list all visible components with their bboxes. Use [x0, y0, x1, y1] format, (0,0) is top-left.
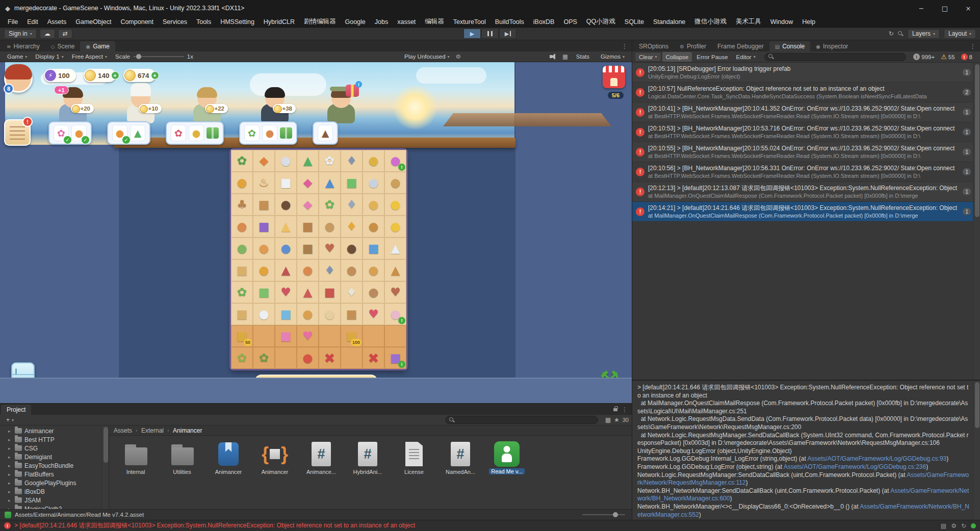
merge-item-icon[interactable]: ♦: [346, 199, 357, 210]
merge-item-icon[interactable]: ◆: [260, 155, 269, 167]
board-cell[interactable]: ●: [384, 194, 406, 216]
merge-item-icon[interactable]: ▲: [325, 177, 334, 189]
merge-item-icon[interactable]: ●: [346, 264, 356, 276]
merge-item-icon[interactable]: ■: [302, 221, 314, 232]
energy-counter[interactable]: ⚡ 100: [44, 69, 76, 82]
error-pause-toggle[interactable]: Error Pause: [693, 52, 731, 62]
board-cell[interactable]: ▲: [297, 281, 319, 303]
menu-item[interactable]: GameObject: [71, 18, 116, 25]
board-cell[interactable]: ●: [231, 216, 253, 237]
shop-icon[interactable]: [603, 66, 625, 88]
merge-item-icon[interactable]: ◆: [303, 177, 313, 189]
menu-item[interactable]: BuildTools: [491, 18, 529, 25]
board-cell[interactable]: ♥: [275, 281, 297, 303]
board-cell[interactable]: ▲: [275, 259, 297, 281]
tree-scrollbar[interactable]: [101, 426, 109, 509]
board-cell[interactable]: ✖: [319, 347, 341, 369]
board-cell[interactable]: ●: [363, 259, 384, 281]
tree-folder-row[interactable]: ▸ Demigiant: [0, 453, 109, 461]
board-cell[interactable]: ●: [231, 172, 253, 194]
merge-item-icon[interactable]: ▲: [391, 264, 400, 276]
asset-item[interactable]: Animancer: [209, 441, 248, 475]
merge-item-icon[interactable]: ✿: [259, 352, 269, 364]
console-search-field[interactable]: [764, 53, 907, 61]
menu-item[interactable]: 编辑器: [420, 17, 449, 26]
gift-icon[interactable]: [346, 85, 359, 97]
menu-item[interactable]: Tools: [192, 18, 216, 25]
console-log-entry[interactable]: ! [20:10:55] > [BH_NetworkManager]20:10:…: [632, 142, 980, 162]
merge-item-icon[interactable]: ♣: [237, 199, 247, 210]
board-cell[interactable]: ✿: [231, 150, 253, 172]
board-cell[interactable]: ●: [341, 237, 363, 259]
layers-dropdown[interactable]: Layers▾: [908, 29, 940, 39]
board-cell[interactable]: ■: [275, 303, 297, 325]
merge-item-icon[interactable]: ■: [237, 308, 248, 320]
board-cell[interactable]: ■: [341, 303, 363, 325]
tree-folder-row[interactable]: ▸ iBoxDB: [0, 487, 109, 496]
tree-folder-row[interactable]: ▸ JSAM: [0, 496, 109, 505]
merge-item-icon[interactable]: ✖: [324, 352, 336, 365]
board-cell[interactable]: ●: [231, 237, 253, 259]
board-cell[interactable]: ▲: [275, 216, 297, 237]
board-cell[interactable]: ✿: [319, 194, 341, 216]
thumbnail-zoom-slider[interactable]: [582, 514, 625, 515]
board-cell[interactable]: ●: [275, 150, 297, 172]
expand-arrow-icon[interactable]: ▸: [8, 481, 12, 486]
board-cell[interactable]: ●: [275, 237, 297, 259]
breadcrumb-animancer[interactable]: Animancer: [173, 427, 202, 434]
board-cell[interactable]: ▲: [384, 259, 406, 281]
merge-item-icon[interactable]: ●: [237, 221, 247, 232]
plastic-scm-icon[interactable]: ⇄: [58, 29, 72, 39]
menu-item[interactable]: Edit: [22, 18, 43, 25]
board-cell[interactable]: ■: [275, 172, 297, 194]
merge-item-icon[interactable]: ●: [280, 155, 291, 167]
expand-arrow-icon[interactable]: ▸: [8, 463, 12, 468]
expand-arrow-icon[interactable]: ▸: [8, 472, 12, 477]
status-error-message[interactable]: > [default]20:14:21.646 请求回包回调报错<101003>…: [14, 521, 937, 530]
expand-arrow-icon[interactable]: ▸: [8, 498, 12, 503]
board-cell[interactable]: ●: [319, 216, 341, 237]
info-count-toggle[interactable]: !999+: [911, 54, 937, 60]
menu-item[interactable]: Standalone: [649, 18, 690, 25]
menu-item[interactable]: 微信小游戏: [690, 17, 731, 26]
board-cell[interactable]: ●: [275, 194, 297, 216]
console-log-list[interactable]: ! [20:05:13] [SRDebugger] Error loading …: [632, 63, 980, 380]
board-cell[interactable]: ●: [319, 303, 341, 325]
menu-item[interactable]: HybridCLR: [259, 18, 299, 25]
task-list-icon[interactable]: [4, 119, 31, 146]
menu-item[interactable]: Assets: [43, 18, 71, 25]
console-search-input[interactable]: [777, 54, 902, 60]
view-tab[interactable]: ≡ Hierarchy: [1, 41, 45, 51]
board-cell[interactable]: [319, 325, 341, 347]
order-card[interactable]: ✿ ●: [239, 121, 297, 145]
board-cell[interactable]: ●: [341, 259, 363, 281]
scale-track[interactable]: [133, 56, 184, 57]
panel-menu-icon[interactable]: ⋮: [622, 43, 628, 50]
board-cell[interactable]: [253, 325, 275, 347]
menu-item[interactable]: Jobs: [370, 18, 393, 25]
fridge-icon[interactable]: [11, 362, 35, 393]
asset-item[interactable]: Read Me v...: [487, 441, 526, 474]
board-cell[interactable]: ●: [253, 259, 275, 281]
order-card[interactable]: ✿ ●: [48, 121, 92, 145]
merge-item-icon[interactable]: ●: [368, 177, 378, 189]
asset-item[interactable]: Utilities: [163, 441, 201, 475]
board-cell[interactable]: ✿: [231, 347, 253, 369]
tree-folder-row[interactable]: ▸ Best HTTP: [0, 435, 109, 444]
merge-item-icon[interactable]: ✿: [237, 155, 247, 167]
merge-item-icon[interactable]: ▲: [303, 155, 313, 167]
menu-item[interactable]: OPS: [559, 18, 581, 25]
tree-folder-row[interactable]: ▸ Animancer: [0, 427, 109, 435]
tree-folder-row[interactable]: ▸ CSG: [0, 444, 109, 453]
board-cell[interactable]: ●: [297, 259, 319, 281]
stack-trace-link[interactable]: Assets/AOT/GameFramework/Log/GGDebug.cs:…: [807, 455, 946, 462]
merge-item-icon[interactable]: ♥: [324, 243, 335, 254]
board-cell[interactable]: ■: [297, 216, 319, 237]
merge-item-icon[interactable]: ●: [237, 243, 247, 254]
board-cell[interactable]: ♨: [253, 172, 275, 194]
board-cell[interactable]: ■: [297, 237, 319, 259]
merge-item-icon[interactable]: ●: [280, 199, 291, 210]
menu-item[interactable]: Window: [766, 18, 797, 25]
board-cell[interactable]: ●: [384, 172, 406, 194]
board-cell[interactable]: ■: [231, 303, 253, 325]
